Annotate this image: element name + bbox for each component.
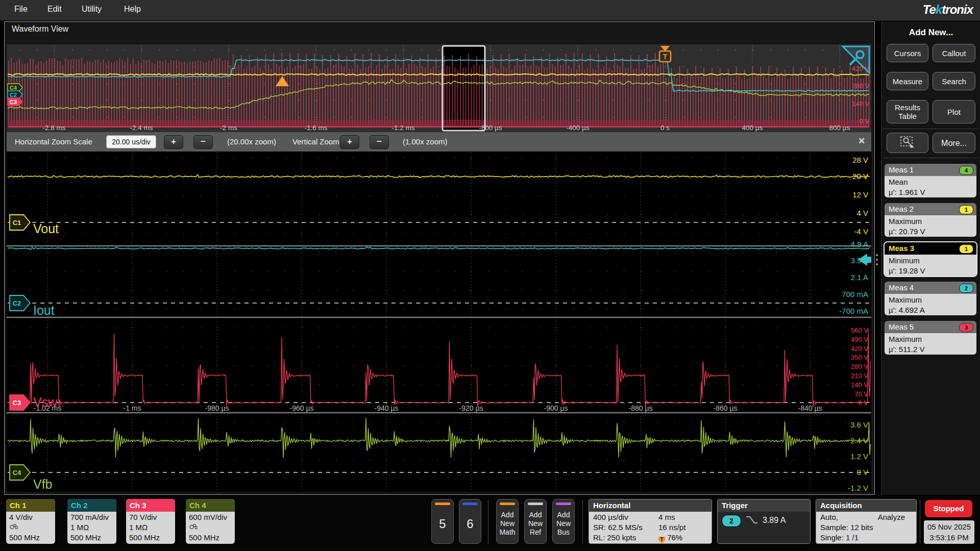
overview-waveform[interactable]: T-2.8 ms-2.4 ms-2 ms-1.6 ms-1.2 ms-800 µ… xyxy=(7,44,871,132)
h-zoom-readout: (20.00x zoom) xyxy=(227,137,276,146)
meas-1-title: Meas 1 4 xyxy=(885,164,976,176)
ch1-badge[interactable]: Ch 1 4 V/div 500 MHz xyxy=(6,499,55,544)
main-time-label: -940 µs xyxy=(375,404,399,412)
h-zoom-plus-button[interactable]: + xyxy=(164,135,183,149)
trigger-source-pill: 2 xyxy=(722,515,741,527)
overview-scale-label: 420 V xyxy=(852,65,869,72)
add-new-ref-label: Add New Ref xyxy=(525,511,546,537)
add-new-math-label: Add New Math xyxy=(497,511,518,537)
svg-text:C4: C4 xyxy=(10,85,17,91)
svg-text:C4: C4 xyxy=(13,469,21,477)
scale-label: 0 V xyxy=(856,468,868,477)
ch4-scale: 600 mV/div xyxy=(189,512,232,522)
meas-3-badge[interactable]: Meas 3 1 Minimum µ': 19.28 V xyxy=(885,242,976,276)
ch4-badge[interactable]: Ch 4 600 mV/div 500 MHz xyxy=(186,499,235,544)
menu-utility[interactable]: Utility xyxy=(82,5,102,14)
add-new-ref-button[interactable]: Add New Ref xyxy=(524,499,547,544)
main-time-label: -900 µs xyxy=(544,404,568,412)
menu-help[interactable]: Help xyxy=(124,5,141,14)
scale-label: 280 V xyxy=(851,363,868,370)
h-resolution: 16 ns/pt xyxy=(658,522,685,533)
scale-label: 700 mA xyxy=(842,290,868,298)
scale-label: 2.1 A xyxy=(851,273,868,282)
v-zoom-label: Vertical Zoom xyxy=(292,137,339,146)
overview-time-label: -2.4 ms xyxy=(130,124,153,132)
menu-file[interactable]: File xyxy=(14,5,28,14)
meas-1-source-badge: 4 xyxy=(959,166,973,175)
overview-time-label: -400 µs xyxy=(566,124,590,132)
scale-label: 490 V xyxy=(851,336,868,343)
add-new-math-button[interactable]: Add New Math xyxy=(496,499,519,544)
overview-time-label: -800 µs xyxy=(479,124,502,132)
h-scale: 400 µs/div xyxy=(593,512,658,522)
meas-1-badge[interactable]: Meas 1 4 Mean µ': 1.961 V xyxy=(885,164,976,197)
ch4-label: Ch 4 xyxy=(186,499,235,512)
callout-button[interactable]: Callout xyxy=(933,44,975,62)
meas-4-source-badge: 2 xyxy=(959,284,973,293)
main-time-label: -860 µs xyxy=(714,404,738,412)
zoom-select-button[interactable] xyxy=(887,133,928,153)
ch3-bandwidth: 500 MHz xyxy=(129,533,172,543)
run-stop-button[interactable]: Stopped xyxy=(925,500,972,517)
oscilloscope-screen: File Edit Utility Help Tektronix Wavefor… xyxy=(0,0,980,551)
measure-button[interactable]: Measure xyxy=(887,72,928,90)
channel-name-Iout: Iout xyxy=(33,303,55,317)
meas-4-badge[interactable]: Meas 4 2 Maximum µ': 4.692 A xyxy=(885,282,976,315)
close-zoom-icon[interactable]: ✕ xyxy=(858,136,865,146)
panel-title: Waveform View xyxy=(12,24,68,34)
add-new-bus-button[interactable]: Add New Bus xyxy=(552,499,575,544)
meas-5-source-badge: 3 xyxy=(959,323,973,332)
v-zoom-plus-button[interactable]: + xyxy=(340,135,359,149)
ch2-scale: 700 mA/div xyxy=(70,512,113,522)
overview-time-label: -1.2 ms xyxy=(391,124,414,132)
trigger-level: 3.89 A xyxy=(763,515,786,526)
trigger-badge[interactable]: Trigger 2 3.89 A xyxy=(717,499,811,544)
main-waveform-plot[interactable]: 28 V20 V12 V4 V-4 V4.9 A3.5 A2.1 A700 mA… xyxy=(7,152,871,492)
probe-icon xyxy=(9,522,52,533)
acq-single: Single: 1 /1 xyxy=(820,533,912,543)
ch5-accent xyxy=(435,503,450,505)
scale-label: 140 V xyxy=(851,381,868,389)
ch6-button[interactable]: 6 xyxy=(459,499,481,544)
ch2-badge[interactable]: Ch 2 700 mA/div 1 MΩ 500 MHz xyxy=(67,499,116,544)
horizontal-badge[interactable]: Horizontal 400 µs/div4 ms SR: 62.5 MS/s1… xyxy=(589,499,712,544)
scale-label: 210 V xyxy=(851,372,868,380)
ch5-button[interactable]: 5 xyxy=(431,499,454,544)
meas-4-title: Meas 4 2 xyxy=(885,282,976,294)
ch2-impedance: 1 MΩ xyxy=(70,522,113,533)
ch3-label: Ch 3 xyxy=(126,499,175,512)
cursors-button[interactable]: Cursors xyxy=(887,44,928,62)
panel-drag-handle[interactable] xyxy=(875,254,879,265)
meas-value: µ': 4.692 A xyxy=(889,305,972,315)
v-zoom-readout: (1.00x zoom) xyxy=(403,137,448,146)
menu-edit[interactable]: Edit xyxy=(47,5,62,14)
ch3-badge[interactable]: Ch 3 70 V/div 1 MΩ 500 MHz xyxy=(126,499,175,544)
ch2-label: Ch 2 xyxy=(67,499,116,512)
meas-3-title: Meas 3 1 xyxy=(885,242,976,255)
ch1-bandwidth: 500 MHz xyxy=(9,533,52,543)
more-button[interactable]: More... xyxy=(933,133,975,153)
bus-accent xyxy=(556,503,571,505)
svg-text:C1: C1 xyxy=(13,219,21,227)
zoom-scale-bar: Horizontal Zoom Scale 20.00 us/div + − (… xyxy=(7,132,871,152)
meas-5-badge[interactable]: Meas 5 3 Maximum µ': 511.2 V xyxy=(885,321,976,355)
scale-label: -1.2 V xyxy=(848,484,868,492)
h-zoom-minus-button[interactable]: − xyxy=(193,135,213,149)
time: 3:53:16 PM xyxy=(924,532,974,543)
acquisition-badge[interactable]: Acquisition Auto,Analyze Sample: 12 bits… xyxy=(816,499,917,544)
plot-button[interactable]: Plot xyxy=(933,100,975,123)
h-zoom-scale-input[interactable]: 20.00 us/div xyxy=(106,135,156,148)
search-button[interactable]: Search xyxy=(933,72,975,90)
results-table-button[interactable]: Results Table xyxy=(887,100,928,123)
meas-2-badge[interactable]: Meas 2 1 Maximum µ': 20.79 V xyxy=(885,203,976,237)
ch3-scale: 70 V/div xyxy=(129,512,172,522)
v-zoom-minus-button[interactable]: − xyxy=(370,135,389,149)
trigger-position-icon: T xyxy=(658,537,665,543)
math-accent xyxy=(500,503,515,505)
meas-5-title: Meas 5 3 xyxy=(885,321,976,333)
add-new-bus-label: Add New Bus xyxy=(553,511,574,537)
svg-text:C3: C3 xyxy=(10,99,17,105)
scale-label: 420 V xyxy=(851,345,868,353)
overview-scale-label: 280 V xyxy=(852,82,869,90)
meas-3-source-badge: 1 xyxy=(959,244,973,254)
